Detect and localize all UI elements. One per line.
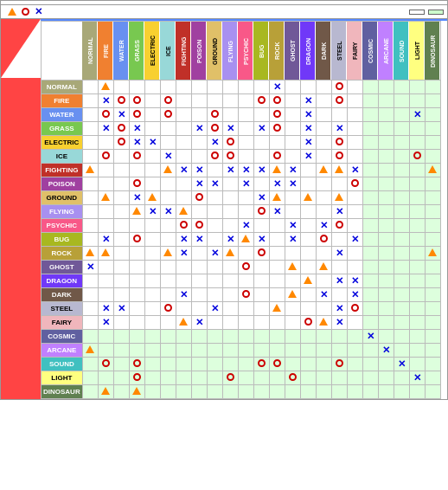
x-icon: ✕ (367, 331, 374, 341)
cell-light-dragon (300, 371, 316, 385)
table-row: GRASS✕✕✕✕✕✕✕ (42, 122, 441, 136)
cell-psychic-normal (82, 219, 98, 233)
cell-steel-poison (191, 302, 207, 316)
circle-icon (413, 152, 421, 159)
cell-grass-psychic (238, 122, 253, 136)
circle-icon (336, 138, 343, 145)
cell-psychic-ghost: ✕ (285, 219, 300, 233)
cell-bug-normal (82, 233, 98, 247)
cell-arcane-dark (316, 344, 331, 358)
row-label-dragon: DRAGON (42, 274, 83, 288)
table-row: FIGHTING✕✕✕✕✕✕✕ (42, 164, 441, 177)
cell-fighting-cosmic (362, 164, 378, 177)
x-icon: ✕ (180, 164, 188, 175)
cell-ground-steel (331, 191, 347, 205)
cell-fighting-ground (207, 164, 222, 177)
circle-icon (22, 8, 29, 16)
cell-flying-ice: ✕ (160, 205, 176, 219)
cell-poison-electric (144, 177, 160, 191)
table-row: FLYING✕✕✕✕ (42, 205, 441, 219)
circle-icon (351, 179, 359, 187)
cell-dragon-steel: ✕ (331, 274, 347, 288)
cell-dinosaur-ground (207, 385, 222, 399)
cell-ground-psychic (238, 191, 253, 205)
cell-water-flying (222, 108, 238, 122)
cell-ice-psychic (238, 150, 253, 164)
cell-fairy-water (113, 316, 129, 330)
cell-arcane-electric (144, 344, 160, 358)
cell-poison-arcane (378, 177, 394, 191)
cell-electric-rock (269, 136, 285, 150)
x-icon: ✕ (304, 137, 312, 147)
x-icon: ✕ (180, 248, 188, 258)
col-header-ground: GROUND (207, 22, 222, 81)
col-header-sound: SOUND (394, 22, 409, 81)
table-scroll[interactable]: NORMALFIREWATERGRASSELECTRICICEFIGHTINGP… (41, 21, 447, 399)
col-header-ghost: GHOST (285, 22, 300, 81)
cell-cosmic-dragon (300, 330, 316, 344)
cell-ghost-psychic (238, 261, 253, 274)
cell-poison-grass (129, 177, 144, 191)
cell-ice-electric (144, 150, 160, 164)
circle-icon (133, 373, 141, 381)
circle-icon (258, 207, 266, 215)
cell-flying-light (409, 205, 425, 219)
cell-arcane-dinosaur (425, 344, 440, 358)
cell-sound-flying (222, 358, 238, 371)
cell-ghost-electric (144, 261, 160, 274)
cell-bug-fire: ✕ (98, 233, 113, 247)
circle-icon (164, 96, 172, 104)
cell-psychic-fire (98, 219, 113, 233)
col-header-bug: BUG (253, 22, 269, 81)
cell-fighting-grass (129, 164, 144, 177)
cell-sound-fighting (176, 358, 191, 371)
x-icon: ✕ (35, 7, 42, 16)
x-icon: ✕ (413, 372, 421, 383)
cell-flying-dinosaur (425, 205, 440, 219)
circle-icon (273, 96, 281, 104)
cell-dragon-electric (144, 274, 160, 288)
cell-fairy-electric (144, 316, 160, 330)
x-icon: ✕ (336, 123, 343, 133)
cell-dragon-psychic (238, 274, 253, 288)
cell-sound-dinosaur (425, 358, 440, 371)
circle-icon (273, 152, 281, 159)
cell-rock-grass (129, 247, 144, 261)
cell-dinosaur-bug (253, 385, 269, 399)
cell-fairy-ghost (285, 316, 300, 330)
cell-steel-ghost (285, 302, 300, 316)
cell-water-cosmic (362, 108, 378, 122)
row-label-fairy: FAIRY (42, 316, 83, 330)
cell-dark-grass (129, 288, 144, 302)
cell-flying-ground (207, 205, 222, 219)
cell-fighting-fighting: ✕ (176, 164, 191, 177)
x-icon: ✕ (258, 164, 266, 175)
x-icon: ✕ (273, 81, 281, 92)
cell-ice-arcane (378, 150, 394, 164)
cell-steel-psychic (238, 302, 253, 316)
cell-ice-dinosaur (425, 150, 440, 164)
cell-cosmic-grass (129, 330, 144, 344)
cell-water-arcane (378, 108, 394, 122)
cell-ground-poison (191, 191, 207, 205)
cell-flying-fire (98, 205, 113, 219)
cell-fire-fighting (176, 94, 191, 108)
header-corner (42, 22, 83, 81)
cell-ground-flying (222, 191, 238, 205)
cell-ice-ice: ✕ (160, 150, 176, 164)
x-icon: ✕ (102, 123, 110, 133)
cell-ghost-fighting (176, 261, 191, 274)
x-icon: ✕ (273, 206, 281, 216)
cell-dinosaur-psychic (238, 385, 253, 399)
cell-water-ground (207, 108, 222, 122)
cell-light-ground (207, 371, 222, 385)
cell-flying-psychic (238, 205, 253, 219)
cell-arcane-light (409, 344, 425, 358)
cell-steel-bug (253, 302, 269, 316)
cell-fire-ground (207, 94, 222, 108)
cell-sound-psychic (238, 358, 253, 371)
cell-fairy-flying (222, 316, 238, 330)
triangle-icon (86, 165, 94, 173)
cell-poison-bug (253, 177, 269, 191)
cell-fairy-ice (160, 316, 176, 330)
